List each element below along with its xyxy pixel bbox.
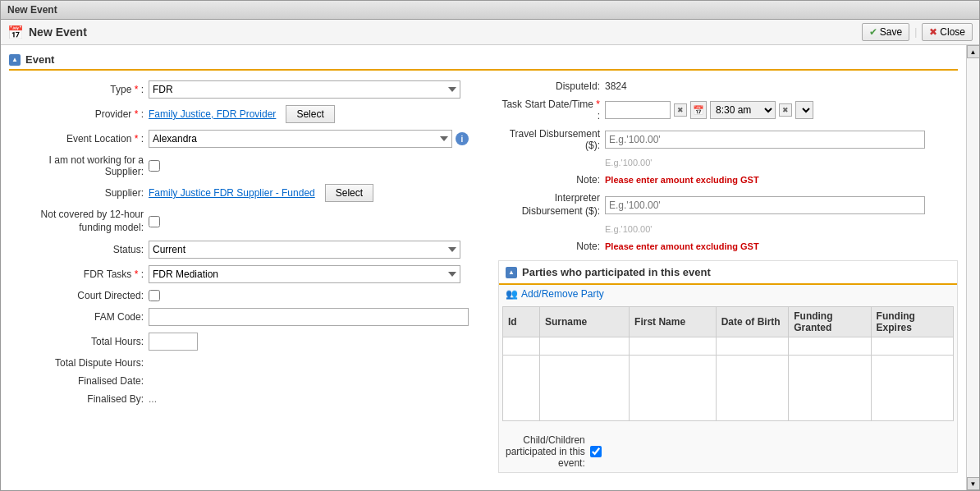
main-window: New Event 📅 New Event ✔ Save | ✖ Close ▲…	[0, 0, 980, 491]
total-hours-label: Total Hours:	[9, 336, 149, 347]
toolbar-right: ✔ Save | ✖ Close	[862, 23, 973, 41]
travel-disbursement-input[interactable]	[605, 131, 925, 149]
table-row	[503, 337, 954, 356]
time-dropdown[interactable]: ▼	[795, 101, 813, 119]
toolbar: 📅 New Event ✔ Save | ✖ Close	[1, 20, 979, 45]
type-select[interactable]: FDR	[149, 80, 460, 99]
finalised-by-value: ...	[149, 393, 157, 405]
not-working-checkbox[interactable]	[149, 160, 160, 172]
empty-funding-granted	[789, 337, 871, 356]
date-clear-button[interactable]: ✖	[674, 103, 687, 117]
fdr-required: *	[135, 268, 139, 280]
status-select[interactable]: Current	[149, 241, 460, 259]
task-start-row: Task Start Date/Time * : 04/06/2018 ✖ 📅 …	[498, 99, 958, 122]
type-required: *	[135, 84, 139, 95]
form-layout: Type * : FDR Provider * : Family Justice…	[9, 80, 958, 473]
supplier-link[interactable]: Family Justice FDR Supplier - Funded	[149, 187, 315, 199]
event-section-title: Event	[25, 53, 54, 66]
travel-disbursement-row: Travel Disbursement ($):	[498, 128, 958, 151]
add-remove-party-button[interactable]: 👥 Add/Remove Party	[506, 288, 604, 300]
parties-section-title: Parties who participated in this event	[522, 266, 711, 278]
scroll-down-button[interactable]: ▼	[967, 477, 980, 490]
fam-code-row: FAM Code:	[9, 308, 485, 326]
fdr-tasks-select[interactable]: FDR Mediation	[149, 265, 460, 283]
parties-section: ▲ Parties who participated in this event…	[498, 260, 958, 473]
parties-table-container: Id Surname First Name Date of Birth Fund…	[499, 303, 957, 424]
toolbar-title: New Event	[29, 25, 87, 39]
table-row-2	[503, 356, 954, 421]
main-content: ▲ Event Type * : FDR	[1, 45, 966, 490]
status-row: Status: Current	[9, 241, 485, 259]
dispute-id-row: DisputeId: 3824	[498, 80, 958, 92]
not-working-label: I am not working for a Supplier:	[9, 154, 149, 177]
datetime-group: 04/06/2018 ✖ 📅 8:30 am 9:00 am ✖ ▼	[605, 101, 813, 119]
parties-section-toggle[interactable]: ▲	[506, 267, 517, 278]
travel-disbursement-label: Travel Disbursement ($):	[498, 128, 605, 151]
court-directed-row: Court Directed:	[9, 290, 485, 301]
child-participated-checkbox[interactable]	[590, 446, 602, 457]
interpreter-note-row: Note: Please enter amount excluding GST	[498, 241, 958, 252]
total-hours-row: Total Hours: 3	[9, 333, 485, 351]
info-icon[interactable]: i	[456, 132, 469, 145]
total-hours-input[interactable]: 3	[149, 333, 198, 351]
interpreter-disbursement-input[interactable]	[605, 196, 925, 214]
time-select[interactable]: 8:30 am 9:00 am	[710, 101, 776, 119]
add-party-container: 👥 Add/Remove Party	[499, 285, 957, 303]
parties-table: Id Surname First Name Date of Birth Fund…	[502, 306, 954, 421]
status-label: Status:	[9, 244, 149, 255]
scroll-track	[967, 58, 979, 477]
finalised-by-label: Finalised By:	[9, 393, 149, 405]
close-label: Close	[940, 26, 965, 38]
event-icon: 📅	[7, 25, 24, 40]
empty-dob-2	[716, 356, 789, 421]
total-dispute-hours-label: Total Dispute Hours:	[9, 357, 149, 369]
fam-code-input[interactable]	[149, 308, 469, 326]
provider-row: Provider * : Family Justice, FDR Provide…	[9, 105, 485, 123]
empty-dob	[716, 337, 789, 356]
title-bar: New Event	[1, 1, 979, 20]
interpreter-label: InterpreterDisbursement ($):	[498, 192, 605, 218]
save-label: Save	[880, 26, 902, 38]
provider-link[interactable]: Family Justice, FDR Provider	[149, 108, 276, 120]
task-required: *	[596, 99, 600, 110]
col-surname: Surname	[539, 307, 629, 337]
time-clear-button[interactable]: ✖	[779, 103, 792, 117]
type-row: Type * : FDR	[9, 80, 485, 99]
dispute-id-label: DisputeId:	[498, 80, 605, 92]
col-funding-expires: Funding Expires	[871, 307, 953, 337]
scroll-up-button[interactable]: ▲	[967, 45, 980, 58]
event-section-header: ▲ Event	[9, 53, 958, 71]
empty-firstname-2	[630, 356, 717, 421]
event-location-select[interactable]: Alexandra	[149, 130, 452, 148]
not-working-row: I am not working for a Supplier:	[9, 154, 485, 177]
empty-funding-granted-2	[789, 356, 871, 421]
parties-header: ▲ Parties who participated in this event	[499, 261, 957, 285]
not-covered-label: Not covered by 12-hourfunding model:	[9, 209, 149, 234]
interpreter-note-value: Please enter amount excluding GST	[605, 241, 759, 251]
close-icon: ✖	[929, 26, 937, 38]
col-first-name: First Name	[630, 307, 717, 337]
not-covered-checkbox[interactable]	[149, 216, 160, 227]
interpreter-note-label: Note:	[498, 241, 605, 252]
left-column: Type * : FDR Provider * : Family Justice…	[9, 80, 485, 473]
fdr-tasks-row: FDR Tasks * : FDR Mediation	[9, 265, 485, 283]
calendar-button[interactable]: 📅	[690, 101, 707, 119]
section-toggle[interactable]: ▲	[9, 54, 21, 66]
location-required: *	[135, 133, 139, 145]
window-title: New Event	[7, 4, 57, 16]
travel-placeholder-text: E.g.'100.00'	[605, 158, 652, 167]
finalised-by-row: Finalised By: ...	[9, 393, 485, 405]
empty-funding-expires	[871, 337, 953, 356]
party-icon: 👥	[506, 288, 518, 300]
travel-note-value: Please enter amount excluding GST	[605, 175, 759, 185]
supplier-select-button[interactable]: Select	[325, 184, 373, 202]
close-button[interactable]: ✖ Close	[922, 23, 973, 41]
travel-placeholder-row: E.g.'100.00'	[498, 158, 958, 167]
table-header-row: Id Surname First Name Date of Birth Fund…	[503, 307, 954, 337]
task-start-date-input[interactable]: 04/06/2018	[605, 101, 671, 119]
save-button[interactable]: ✔ Save	[862, 23, 909, 41]
empty-surname	[539, 337, 629, 356]
court-directed-checkbox[interactable]	[149, 290, 160, 301]
provider-required: *	[135, 108, 139, 120]
provider-select-button[interactable]: Select	[286, 105, 334, 123]
